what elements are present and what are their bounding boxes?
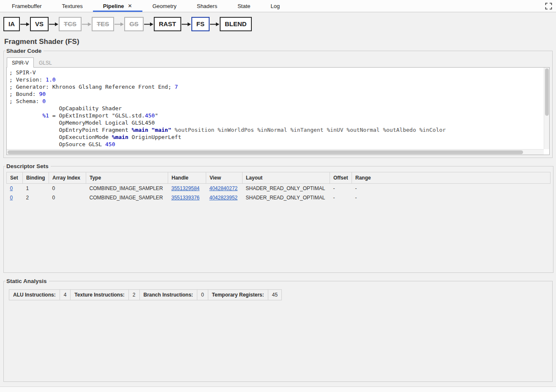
descriptor-link[interactable]: 4042840272 (210, 185, 238, 191)
descriptor-link[interactable]: 0 (10, 185, 13, 191)
code-line: OpCapability Shader (9, 105, 547, 112)
tab-geometry[interactable]: Geometry (142, 0, 187, 12)
flow-arrow-icon (210, 22, 219, 27)
code-horizontal-scrollbar (7, 149, 544, 155)
stat-value: 45 (268, 289, 282, 300)
code-line: OpExecutionMode %main OriginUpperLeft (9, 133, 547, 141)
stat-value: 2 (128, 289, 140, 300)
static-analysis-stats: ALU Instructions:4Texture Instructions:2… (9, 289, 550, 300)
stat-value: 0 (197, 289, 208, 300)
page-horizontal-scrollbar[interactable] (0, 387, 556, 392)
fullscreen-icon[interactable] (545, 3, 552, 10)
static-analysis-section-title: Static Analysis (5, 278, 49, 284)
pipeline-stage-tcs[interactable]: TCS (59, 17, 82, 31)
shader-code-section-title: Shader Code (5, 48, 44, 54)
tab-bar-tabs: FramebufferTexturesPipeline✕GeometryShad… (0, 0, 290, 12)
column-header-binding: Binding (23, 172, 49, 184)
table-cell: 4042823952 (206, 193, 243, 202)
pipeline-flow: IAVSTCSTESGSRASTFSBLEND (0, 12, 556, 35)
table-row: 020COMBINED_IMAGE_SAMPLER355133937640428… (7, 193, 551, 202)
column-header-range: Range (352, 172, 551, 184)
descriptor-link[interactable]: 3551329584 (172, 185, 200, 191)
column-header-offset: Offset (330, 172, 352, 184)
pipeline-stage-tes[interactable]: TES (92, 17, 114, 31)
descriptor-link[interactable]: 3551339376 (172, 195, 200, 201)
code-line: %1 = OpExtInstImport "GLSL.std.450" (9, 112, 547, 119)
table-cell: 3551339376 (168, 193, 206, 202)
pipeline-stage-fs[interactable]: FS (191, 17, 210, 31)
column-header-view: View (206, 172, 243, 184)
pipeline-stage-gs[interactable]: GS (124, 17, 144, 31)
descriptor-link[interactable]: 4042823952 (210, 195, 238, 201)
descriptor-header-row: SetBindingArray IndexTypeHandleViewLayou… (7, 172, 551, 184)
tab-textures[interactable]: Textures (52, 0, 93, 12)
table-cell: 2 (23, 193, 49, 202)
table-cell: 0 (49, 184, 86, 193)
page-title: Fragment Shader (FS) (4, 38, 556, 46)
descriptor-table-body: 010COMBINED_IMAGE_SAMPLER355132958440428… (7, 184, 551, 203)
table-cell: - (330, 193, 352, 202)
tab-framebuffer[interactable]: Framebuffer (2, 0, 52, 12)
tab-spirv[interactable]: SPIR-V (7, 57, 34, 68)
table-cell: - (330, 184, 352, 193)
stat-label: Temporary Registers: (208, 289, 268, 300)
flow-arrow-icon (20, 22, 30, 27)
pipeline-stage-vs[interactable]: VS (30, 17, 49, 31)
tab-state[interactable]: State (227, 0, 260, 12)
table-cell: 0 (49, 193, 86, 202)
code-line: OpEntryPoint Fragment %main "main" %outP… (9, 126, 547, 133)
code-line: ; Bound: 90 (9, 90, 547, 98)
shader-code-tabs: SPIR-V GLSL (7, 57, 550, 68)
table-cell: COMBINED_IMAGE_SAMPLER (86, 193, 168, 202)
flow-arrow-icon (144, 22, 153, 27)
static-analysis-content: ALU Instructions:4Texture Instructions:2… (6, 287, 550, 379)
tab-label: Textures (62, 3, 83, 9)
table-cell: 0 (7, 184, 23, 193)
tab-glsl[interactable]: GLSL (34, 57, 57, 68)
column-header-handle: Handle (168, 172, 206, 184)
stat-label: ALU Instructions: (9, 289, 60, 300)
pipeline-stage-ia[interactable]: IA (3, 17, 20, 31)
column-header-set: Set (7, 172, 23, 184)
tab-label: Shaders (197, 3, 217, 9)
stat-value: 4 (60, 289, 71, 300)
tab-close-icon[interactable]: ✕ (128, 3, 132, 8)
descriptor-sets-section-title: Descriptor Sets (5, 163, 51, 169)
table-cell: SHADER_READ_ONLY_OPTIMAL (243, 184, 330, 193)
shader-code-text: ; SPIR-V; Version: 1.0; Generator: Khron… (7, 68, 549, 155)
table-cell: - (352, 193, 551, 202)
table-cell: 4042840272 (206, 184, 243, 193)
descriptor-link[interactable]: 0 (10, 195, 13, 201)
flow-arrow-icon (182, 22, 191, 27)
column-header-layout: Layout (243, 172, 330, 184)
code-vertical-scrollbar-thumb[interactable] (545, 68, 549, 116)
table-cell: SHADER_READ_ONLY_OPTIMAL (243, 193, 330, 202)
stat-label: Texture Instructions: (70, 289, 128, 300)
static-analysis-group: Static Analysis ALU Instructions:4Textur… (3, 278, 553, 382)
code-line: ; Version: 1.0 (9, 76, 547, 83)
code-line: OpMemoryModel Logical GLSL450 (9, 119, 547, 126)
pipeline-stage-blend[interactable]: BLEND (220, 17, 252, 31)
shader-code-view[interactable]: ; SPIR-V; Version: 1.0; Generator: Khron… (6, 67, 550, 155)
code-horizontal-scrollbar-thumb[interactable] (8, 150, 523, 154)
flow-arrow-icon (49, 22, 58, 27)
tab-shaders[interactable]: Shaders (187, 0, 227, 12)
flow-arrow-icon (82, 22, 91, 27)
tab-label: Framebuffer (12, 3, 42, 9)
table-cell: COMBINED_IMAGE_SAMPLER (86, 184, 168, 193)
code-line: OpSource GLSL 450 (9, 141, 547, 148)
pipeline-stage-rast[interactable]: RAST (154, 17, 181, 31)
tab-log[interactable]: Log (261, 0, 290, 12)
code-line: ; Schema: 0 (9, 98, 547, 105)
column-header-type: Type (86, 172, 168, 184)
tab-pipeline[interactable]: Pipeline✕ (93, 0, 142, 12)
code-line: ; Generator: Khronos Glslang Reference F… (9, 83, 547, 90)
code-line: ; SPIR-V (9, 69, 547, 76)
descriptor-sets-table: SetBindingArray IndexTypeHandleViewLayou… (6, 172, 551, 202)
descriptor-sets-group: Descriptor Sets SetBindingArray IndexTyp… (3, 163, 553, 273)
descriptor-sets-content: SetBindingArray IndexTypeHandleViewLayou… (6, 172, 551, 270)
column-header-array-index: Array Index (49, 172, 86, 184)
tab-label: Geometry (153, 3, 177, 9)
tab-label: Pipeline (103, 3, 124, 9)
tab-label: State (237, 3, 250, 9)
